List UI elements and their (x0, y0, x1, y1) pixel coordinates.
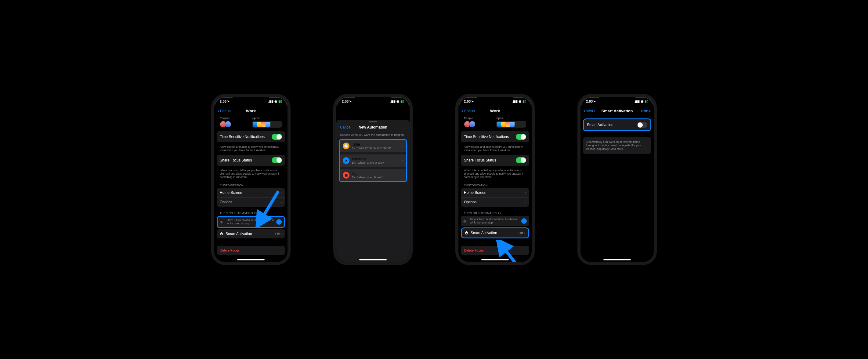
avatar (225, 121, 231, 128)
clock-icon: ◷ (463, 219, 468, 223)
chevron-right-icon: › (504, 116, 505, 120)
automation-time-example: Ex. "From 12:30 PM to 2:30PM" (352, 147, 402, 150)
time-sensitive-label: Time Sensitive Notifications (220, 134, 272, 139)
share-status-label: Share Focus Status (464, 158, 516, 162)
back-button[interactable]: Work (584, 108, 595, 113)
automation-location-row[interactable]: ➤ Location Ex. "When I arrive at Work" › (340, 154, 406, 167)
battery-icon: ▮▯ (278, 99, 282, 103)
apps-header[interactable]: Apps› (252, 116, 282, 120)
phone-1: 2:03 ➤ ▮▮▮▮ ◉ ▮▯ Focus Work People› (211, 94, 290, 265)
chevron-right-icon: › (281, 232, 282, 236)
clock-icon: 🕐 (343, 143, 349, 149)
time-sensitive-note: Allow people and apps to notify you imme… (461, 145, 529, 155)
power-icon: ⏻ (220, 232, 223, 236)
apps-label: Apps (252, 116, 259, 120)
home-indicator[interactable] (237, 259, 265, 260)
back-label: Work (586, 109, 595, 113)
automation-options-highlight: 🕐 Time Ex. "From 12:30 PM to 2:30PM" › ➤… (339, 139, 407, 182)
turn-on-auto-header: TURN ON AUTOMATICALLY (461, 209, 529, 216)
delete-focus-button[interactable]: Delete Focus (461, 246, 529, 255)
sheet-handle-icon[interactable] (369, 121, 377, 122)
smart-activation-row[interactable]: ⏻ Smart Activation Off › (462, 228, 528, 238)
time-sensitive-row[interactable]: Time Sensitive Notifications (217, 131, 285, 142)
home-indicator[interactable] (481, 259, 509, 260)
wifi-icon: ◉ (641, 99, 644, 103)
automation-location-label: Location (352, 157, 402, 161)
sheet-title: New Automation (359, 125, 387, 129)
plus-icon[interactable]: + (276, 219, 282, 225)
back-label: Focus (220, 109, 231, 113)
time-sensitive-row[interactable]: Time Sensitive Notifications (461, 131, 529, 142)
add-automation-row[interactable]: ◷ Have it turn on at a set time, locatio… (218, 217, 284, 227)
share-status-toggle[interactable] (516, 157, 526, 163)
back-button[interactable]: Focus (462, 108, 475, 113)
home-indicator[interactable] (603, 259, 631, 260)
back-button[interactable]: Focus (217, 108, 231, 113)
smart-activation-toggle-highlight: Smart Activation (583, 118, 651, 131)
avatar (469, 121, 475, 128)
notch (232, 97, 269, 104)
home-screen-row[interactable]: Home Screen › (461, 188, 529, 197)
status-time: 2:03 (464, 99, 471, 103)
sheet-nav: Cancel New Automation (336, 124, 410, 132)
add-automation-row[interactable]: ◷ Have it turn on at a set time, locatio… (461, 216, 529, 226)
chevron-right-icon: › (402, 144, 403, 148)
smart-activation-label: Smart Activation (471, 231, 519, 235)
chevron-right-icon: › (402, 159, 403, 162)
smart-activation-row[interactable]: ⏻ Smart Activation Off › (217, 229, 285, 238)
share-status-toggle[interactable] (272, 157, 282, 163)
cancel-button[interactable]: Cancel (340, 125, 351, 129)
location-arrow-icon: ➤ (593, 100, 596, 103)
time-sensitive-toggle[interactable] (516, 134, 526, 140)
time-sensitive-label: Time Sensitive Notifications (464, 134, 516, 139)
notch (355, 97, 391, 104)
automation-sheet: Cancel New Automation Choose when you wa… (336, 120, 410, 262)
share-status-note: When this is on, tell apps you have noti… (217, 168, 285, 182)
turn-on-auto-header: TURN ON AUTOMATICALLY (217, 209, 285, 216)
time-sensitive-toggle[interactable] (272, 134, 282, 140)
share-status-row[interactable]: Share Focus Status (461, 155, 529, 166)
home-indicator[interactable] (359, 259, 387, 260)
automation-location-example: Ex. "When I arrive at Work" (352, 161, 402, 164)
automation-app-example: Ex. "When I open Books" (352, 176, 402, 179)
plus-icon[interactable]: + (521, 218, 527, 224)
allowed-row: People› Apps› (461, 116, 529, 131)
sheet-hint: Choose when you want the automation to h… (336, 132, 410, 139)
smart-activation-toggle[interactable] (637, 122, 647, 128)
phone-2: 2:03 ➤ ▮▮▮▮ ◉ ▮▯ Cancel New Automation C… (333, 94, 413, 265)
home-screen-row[interactable]: Home Screen › (217, 188, 285, 197)
people-header[interactable]: People› (220, 116, 250, 120)
smart-activation-label: Smart Activation (225, 232, 275, 236)
automation-time-label: Time (352, 142, 402, 147)
app-icon (510, 122, 515, 127)
chevron-left-icon (584, 108, 586, 113)
automation-time-row[interactable]: 🕐 Time Ex. "From 12:30 PM to 2:30PM" › (340, 140, 406, 152)
home-screen-label: Home Screen (220, 190, 281, 195)
apps-header[interactable]: Apps› (496, 116, 526, 120)
location-arrow-icon: ➤ (471, 100, 474, 103)
share-status-row[interactable]: Share Focus Status (217, 155, 285, 166)
done-button[interactable]: Done (641, 109, 651, 113)
chevron-right-icon: › (229, 116, 231, 120)
smart-activation-highlight: ⏻ Smart Activation Off › (461, 228, 529, 238)
time-sensitive-note: Allow people and apps to notify you imme… (217, 145, 285, 155)
notch (477, 97, 513, 104)
options-row[interactable]: Options › (461, 197, 529, 207)
smart-activation-toggle-row[interactable]: Smart Activation (584, 119, 650, 130)
delete-focus-button[interactable]: Delete Focus (217, 246, 285, 255)
chevron-right-icon: › (281, 200, 282, 204)
automation-app-row[interactable]: ▦ App Ex. "When I open Books" › (340, 169, 406, 181)
people-label: People (464, 116, 473, 120)
smart-activation-label: Smart Activation (587, 123, 637, 127)
location-arrow-icon: ➤ (349, 100, 351, 103)
smart-activation-value: Off (275, 232, 280, 236)
options-row[interactable]: Options › (217, 197, 285, 207)
chevron-left-icon (217, 108, 219, 113)
smart-activation-value: Off (519, 231, 523, 235)
delete-focus-label: Delete Focus (220, 248, 240, 252)
share-status-label: Share Focus Status (220, 158, 272, 162)
location-icon: ➤ (343, 157, 349, 164)
people-header[interactable]: People› (464, 116, 494, 120)
nav-bar: Focus Work (458, 106, 532, 116)
location-arrow-icon: ➤ (227, 100, 229, 103)
